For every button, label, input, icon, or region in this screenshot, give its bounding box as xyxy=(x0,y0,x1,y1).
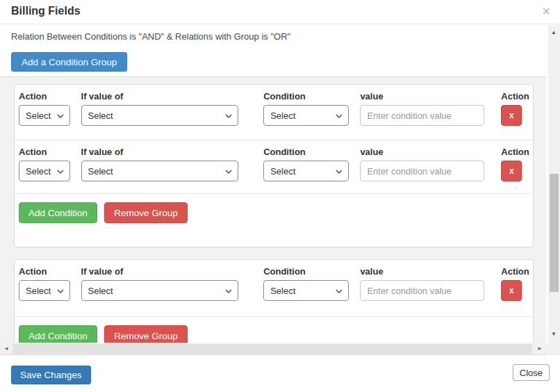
remove-condition-button[interactable]: x xyxy=(501,105,522,126)
condition-select[interactable]: Select xyxy=(263,105,349,126)
if-value-of-select[interactable]: Select xyxy=(81,161,239,181)
condition-select-value: Select xyxy=(270,286,295,296)
remove-group-button[interactable]: Remove Group xyxy=(104,202,188,223)
group-footer: Add Condition Remove Group xyxy=(15,193,533,223)
condition-value-input[interactable] xyxy=(360,161,484,181)
value-column-header: value xyxy=(360,147,484,157)
page-title: Billing Fields xyxy=(11,5,81,17)
row-action-column-header: Action xyxy=(501,147,533,157)
chevron-down-icon xyxy=(336,170,343,174)
if-value-of-column-header: If value of xyxy=(81,267,239,277)
scrollbar-corner xyxy=(546,343,560,355)
condition-row: Action Select If value of Select Conditi… xyxy=(15,85,533,140)
scroll-left-icon[interactable]: ◄ xyxy=(3,345,9,352)
chevron-down-icon xyxy=(225,114,232,118)
relation-note: Relation Between Conditions is "AND" & R… xyxy=(11,31,290,42)
action-select-value: Select xyxy=(26,111,51,121)
add-condition-button[interactable]: Add Condition xyxy=(19,202,97,223)
chevron-down-icon xyxy=(57,114,64,118)
remove-condition-button[interactable]: x xyxy=(501,280,522,301)
chevron-down-icon xyxy=(336,289,343,293)
action-select[interactable]: Select xyxy=(19,105,70,126)
if-value-of-select-value: Select xyxy=(88,166,113,177)
condition-row: Action Select If value of Select Conditi… xyxy=(15,140,533,193)
horizontal-scrollbar-thumb[interactable] xyxy=(13,344,532,354)
vertical-scrollbar-thumb[interactable] xyxy=(550,174,559,292)
modal-footer: Save Changes Close xyxy=(0,355,560,392)
action-column-header: Action xyxy=(19,147,70,157)
chevron-down-icon xyxy=(57,289,64,293)
save-changes-button[interactable]: Save Changes xyxy=(11,366,91,384)
scroll-down-icon[interactable]: ▼ xyxy=(551,331,557,337)
condition-value-input[interactable] xyxy=(360,280,484,301)
remove-condition-button[interactable]: x xyxy=(501,161,522,181)
condition-select-value: Select xyxy=(270,111,295,121)
action-column-header: Action xyxy=(19,267,70,277)
remove-group-button[interactable]: Remove Group xyxy=(104,325,188,343)
value-column-header: value xyxy=(360,92,484,101)
action-select-value: Select xyxy=(26,286,51,296)
add-condition-group-button[interactable]: Add a Condition Group xyxy=(11,52,127,72)
condition-group: Action Select If value of Select Conditi… xyxy=(14,84,534,247)
chevron-down-icon xyxy=(336,114,343,118)
condition-column-header: Condition xyxy=(263,147,349,157)
if-value-of-select-value: Select xyxy=(88,111,113,121)
chevron-down-icon xyxy=(225,289,232,293)
condition-value-input[interactable] xyxy=(360,105,484,126)
condition-column-header: Condition xyxy=(263,267,349,277)
condition-select[interactable]: Select xyxy=(263,280,349,301)
action-select[interactable]: Select xyxy=(19,280,70,301)
chevron-down-icon xyxy=(57,170,64,174)
scroll-right-icon[interactable]: ► xyxy=(537,345,543,352)
group-footer: Add Condition Remove Group xyxy=(15,317,533,343)
billing-fields-modal: Billing Fields × Relation Between Condit… xyxy=(0,0,560,392)
vertical-scrollbar[interactable]: ▲ ▼ xyxy=(548,25,560,343)
if-value-of-select[interactable]: Select xyxy=(81,105,239,126)
if-value-of-column-header: If value of xyxy=(81,147,239,157)
action-select-value: Select xyxy=(26,166,51,177)
chevron-down-icon xyxy=(225,170,232,174)
if-value-of-select[interactable]: Select xyxy=(81,280,239,301)
add-condition-button[interactable]: Add Condition xyxy=(19,325,97,343)
row-action-column-header: Action xyxy=(501,92,533,101)
condition-column-header: Condition xyxy=(263,92,349,101)
horizontal-scrollbar[interactable]: ◄ ► xyxy=(0,343,546,355)
if-value-of-select-value: Select xyxy=(88,286,113,296)
row-action-column-header: Action xyxy=(501,267,533,277)
close-icon[interactable]: × xyxy=(542,2,550,20)
action-select[interactable]: Select xyxy=(19,161,70,181)
condition-select[interactable]: Select xyxy=(263,161,349,181)
close-button[interactable]: Close xyxy=(513,364,550,381)
action-column-header: Action xyxy=(19,92,70,101)
value-column-header: value xyxy=(360,267,484,277)
modal-header: Billing Fields × xyxy=(0,0,560,24)
condition-row: Action Select If value of Select Conditi… xyxy=(15,260,533,317)
condition-group: Action Select If value of Select Conditi… xyxy=(14,259,534,343)
condition-select-value: Select xyxy=(270,166,295,177)
conditions-viewport: Action Select If value of Select Conditi… xyxy=(0,76,546,343)
if-value-of-column-header: If value of xyxy=(81,92,239,101)
scroll-up-icon[interactable]: ▲ xyxy=(551,29,557,35)
